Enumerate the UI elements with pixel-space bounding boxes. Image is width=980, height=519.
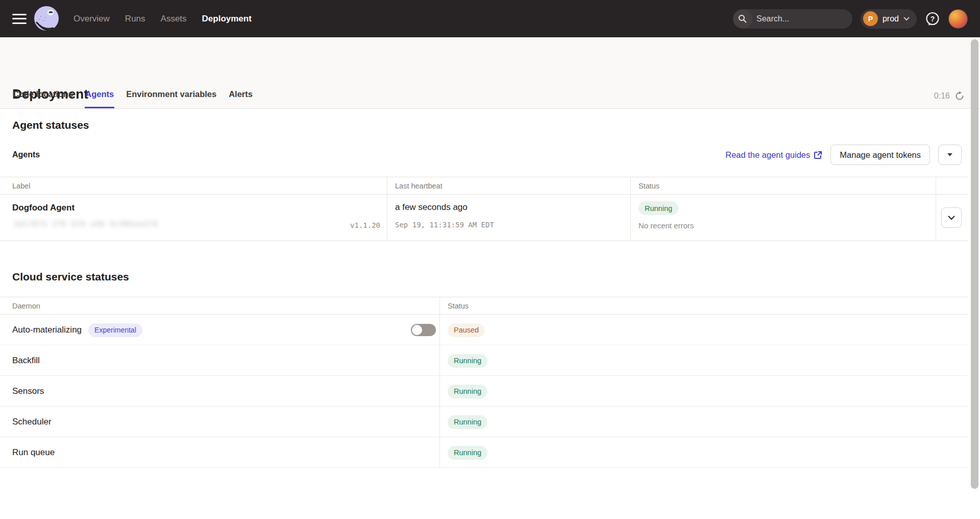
svg-text:?: ?: [930, 14, 935, 22]
search-box[interactable]: /: [733, 9, 852, 29]
status-badge: Running: [448, 415, 487, 429]
daemon-name: Sensors: [12, 386, 44, 396]
help-button[interactable]: ?: [925, 11, 940, 27]
agent-guides-link[interactable]: Read the agent guides: [725, 150, 822, 160]
agents-table: Label Last heartbeat Status Dogfood Agen…: [0, 177, 968, 241]
agents-actions: Read the agent guides Manage agent token…: [725, 145, 962, 165]
nav-item-runs[interactable]: Runs: [125, 14, 145, 24]
tab-code-locations[interactable]: Code locations: [12, 89, 74, 108]
table-row-auto-materializing: Auto-materializing Experimental Paused: [0, 315, 968, 345]
primary-nav: Overview Runs Assets Deployment: [74, 14, 252, 24]
status-note: No recent errors: [639, 221, 694, 230]
status-badge: Paused: [448, 323, 485, 337]
chevron-down-icon: [903, 17, 910, 21]
table-row-sensors: Sensors Running: [0, 376, 968, 407]
heartbeat-relative: a few seconds ago: [395, 202, 468, 213]
tab-alerts[interactable]: Alerts: [228, 89, 253, 108]
daemon-name: Backfill: [12, 356, 40, 366]
col-status: Status: [639, 177, 659, 195]
nav-right-group: / P prod ?: [733, 9, 968, 29]
col-status: Status: [448, 297, 469, 315]
daemon-name: Run queue: [12, 447, 55, 458]
column-divider: [439, 297, 440, 468]
nav-item-assets[interactable]: Assets: [161, 14, 187, 24]
agents-controls-row: Agents Read the agent guides Manage agen…: [12, 145, 962, 165]
agent-id-blurred: 3d17873 2f6 b7b a9b 9c90baa378: [14, 220, 158, 228]
table-row-scheduler: Scheduler Running: [0, 407, 968, 437]
table-row-run-queue: Run queue Running: [0, 437, 968, 468]
table-row: Dogfood Agent 3d17873 2f6 b7b a9b 9c90ba…: [0, 195, 968, 241]
external-link-icon: [814, 151, 822, 159]
column-divider: [936, 177, 936, 241]
cloud-services-table: Daemon Status Auto-materializing Experim…: [0, 297, 968, 468]
agent-name: Dogfood Agent: [12, 203, 75, 213]
col-label: Label: [12, 177, 30, 195]
daemon-name: Auto-materializing: [12, 325, 82, 335]
dagster-logo-icon[interactable]: [33, 5, 60, 33]
search-icon: [733, 9, 752, 29]
column-divider: [630, 177, 631, 241]
table-row-backfill: Backfill Running: [0, 345, 968, 376]
agents-subheading: Agents: [12, 150, 40, 159]
refresh-area: 0:16: [934, 91, 965, 101]
heartbeat-timestamp: Sep 19, 11:31:59 AM EDT: [395, 221, 494, 229]
column-divider: [387, 177, 387, 241]
col-daemon: Daemon: [12, 297, 40, 315]
experimental-badge: Experimental: [88, 323, 142, 337]
status-badge: Running: [448, 385, 487, 398]
user-avatar[interactable]: [948, 9, 968, 29]
tab-bar: Code locations Agents Environment variab…: [12, 89, 253, 108]
deployment-switcher[interactable]: P prod: [861, 9, 917, 29]
caret-down-icon: [947, 153, 952, 156]
chevron-down-icon: [948, 216, 955, 220]
status-badge: Running: [448, 354, 487, 368]
deployment-name: prod: [883, 14, 899, 23]
vertical-scrollbar[interactable]: [971, 39, 978, 489]
nav-item-deployment[interactable]: Deployment: [202, 14, 252, 24]
refresh-timer: 0:16: [934, 91, 950, 101]
agent-guides-link-label: Read the agent guides: [725, 150, 810, 160]
daemon-name: Scheduler: [12, 417, 52, 427]
auto-materializing-toggle[interactable]: [411, 324, 436, 336]
row-expander-button[interactable]: [941, 207, 962, 228]
agent-statuses-heading: Agent statuses: [12, 119, 89, 131]
agents-table-header: Label Last heartbeat Status: [0, 177, 968, 195]
status-badge: Running: [639, 201, 678, 215]
deployment-badge: P: [863, 11, 878, 26]
more-actions-button[interactable]: [938, 145, 962, 165]
agent-version: v1.1.20: [278, 221, 380, 229]
col-last-heartbeat: Last heartbeat: [395, 177, 443, 195]
tab-environment-variables[interactable]: Environment variables: [126, 89, 217, 108]
top-nav: Overview Runs Assets Deployment / P prod: [0, 0, 980, 37]
cloud-statuses-heading: Cloud service statuses: [12, 271, 129, 283]
refresh-icon[interactable]: [954, 91, 965, 101]
tab-agents[interactable]: Agents: [85, 89, 114, 108]
hamburger-menu-icon[interactable]: [12, 14, 27, 24]
nav-item-overview[interactable]: Overview: [74, 14, 110, 24]
help-icon: ?: [925, 11, 940, 27]
search-input[interactable]: [752, 14, 852, 23]
toggle-knob: [412, 325, 422, 335]
page-header: Deployment Code locations Agents Environ…: [0, 37, 980, 109]
cloud-table-header: Daemon Status: [0, 297, 968, 315]
manage-agent-tokens-button[interactable]: Manage agent tokens: [830, 145, 930, 165]
status-badge: Running: [448, 446, 487, 460]
